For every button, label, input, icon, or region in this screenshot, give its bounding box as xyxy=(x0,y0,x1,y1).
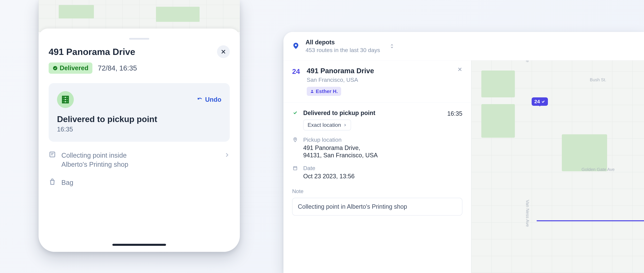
stop-subtitle: San Francisco, USA xyxy=(307,77,374,83)
pickup-location-line2: 94131, San Francisco, USA xyxy=(303,152,378,159)
exact-location-label: Exact location xyxy=(308,122,341,128)
depot-selector-bar: All depots 453 routes in the last 30 day… xyxy=(284,32,644,61)
close-panel-button[interactable] xyxy=(457,67,462,73)
stop-marker-number: 24 xyxy=(534,99,540,104)
map-street-label: Van Ness Ave xyxy=(525,200,530,227)
close-icon xyxy=(457,67,462,72)
divider xyxy=(284,103,471,103)
mobile-bottom-sheet: 491 Panorama Drive Delivered 72/84, 16:3… xyxy=(38,29,240,252)
stop-marker[interactable]: 24 xyxy=(532,97,548,106)
check-circle-icon xyxy=(53,66,58,71)
location-icon xyxy=(292,137,298,142)
note-label: Note xyxy=(292,188,462,194)
map-park-block xyxy=(481,71,515,97)
person-icon xyxy=(310,89,314,93)
note-icon xyxy=(49,151,56,158)
exact-location-button[interactable]: Exact location xyxy=(303,120,351,130)
delivered-badge-label: Delivered xyxy=(60,65,88,72)
undo-label: Undo xyxy=(205,96,221,103)
depot-selector-subtitle: 453 routes in the last 30 days xyxy=(306,47,380,53)
bag-icon xyxy=(49,178,56,185)
svg-point-5 xyxy=(295,139,296,140)
check-icon xyxy=(292,109,298,115)
svg-point-0 xyxy=(53,66,57,70)
collecting-point-text: Collecting point inside Alberto's Printi… xyxy=(62,151,219,169)
delivery-result-time: 16:35 xyxy=(57,126,221,133)
calendar-icon xyxy=(292,165,298,171)
depot-pin-icon xyxy=(292,42,300,50)
shelf-icon xyxy=(61,95,70,104)
pickup-location-label: Pickup location xyxy=(303,137,378,143)
note-input[interactable]: Collecting point in Alberto's Printing s… xyxy=(292,198,462,216)
close-sheet-button[interactable] xyxy=(217,45,230,58)
route-path xyxy=(537,104,644,221)
undo-icon xyxy=(197,97,203,102)
pickup-point-avatar xyxy=(57,91,74,108)
map-street-label: Bush St. xyxy=(590,77,606,82)
stop-progress-meta: 72/84, 16:35 xyxy=(98,64,137,72)
chevron-down-icon xyxy=(390,46,394,49)
home-indicator[interactable] xyxy=(112,244,166,246)
delivery-result-card: Undo Delivered to pickup point 16:35 xyxy=(49,83,230,142)
svg-point-4 xyxy=(312,90,313,91)
depot-selector-button[interactable] xyxy=(390,44,394,49)
chevron-right-icon xyxy=(343,123,347,127)
delivery-time: 16:35 xyxy=(447,109,462,117)
svg-rect-6 xyxy=(294,167,297,170)
collecting-point-row[interactable]: Collecting point inside Alberto's Printi… xyxy=(49,151,230,169)
svg-point-3 xyxy=(295,44,297,46)
item-row: Bag xyxy=(49,178,230,187)
date-value: Oct 23 2023, 13:56 xyxy=(303,173,354,180)
mobile-map-preview[interactable] xyxy=(38,0,240,32)
stop-address-title: 491 Panorama Drive xyxy=(49,47,135,57)
chevron-right-icon xyxy=(224,152,230,158)
depot-selector-title: All depots xyxy=(306,39,380,46)
delivery-status: Delivered to pickup point xyxy=(303,109,442,117)
pickup-location-line1: 491 Panorama Drive, xyxy=(303,144,378,151)
delivery-result-title: Delivered to pickup point xyxy=(57,114,221,124)
delivered-badge: Delivered xyxy=(49,63,92,74)
item-label: Bag xyxy=(62,178,230,187)
sheet-grabber[interactable] xyxy=(129,38,149,40)
undo-button[interactable]: Undo xyxy=(197,96,221,103)
driver-chip[interactable]: Esther H. xyxy=(307,87,341,96)
chevron-up-icon xyxy=(390,44,394,46)
driver-name: Esther H. xyxy=(316,89,338,94)
check-icon xyxy=(541,100,545,104)
desktop-window: Van Ness Ave Bush St. Golden Gate Ave Va… xyxy=(284,32,644,273)
stop-detail-panel: 24 491 Panorama Drive San Francisco, USA… xyxy=(284,61,471,273)
date-label: Date xyxy=(303,165,354,171)
stop-number: 24 xyxy=(292,67,300,76)
desktop-map[interactable]: Van Ness Ave Bush St. Golden Gate Ave Va… xyxy=(471,32,644,273)
stop-title: 491 Panorama Drive xyxy=(307,67,374,75)
svg-rect-1 xyxy=(62,96,68,103)
mobile-device-frame: 491 Panorama Drive Delivered 72/84, 16:3… xyxy=(38,0,240,252)
map-park-block xyxy=(481,104,515,138)
close-icon xyxy=(220,49,226,55)
